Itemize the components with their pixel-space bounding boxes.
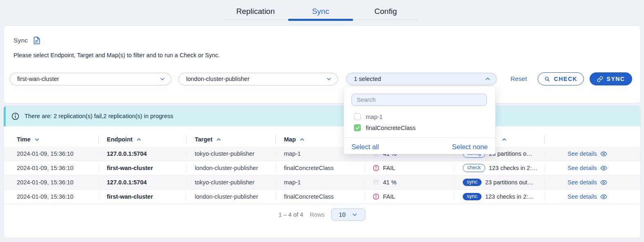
target-select-value: london-cluster-publisher xyxy=(186,76,326,82)
notification-bar: There are: 2 replication(s) fail,2 repli… xyxy=(4,106,640,126)
chevron-down-icon xyxy=(349,212,360,217)
checkbox-checked-icon[interactable] xyxy=(354,124,361,131)
maps-search-input[interactable] xyxy=(351,94,487,106)
cell-target: london-cluster-publisher xyxy=(187,193,276,201)
map-option[interactable]: map-1 xyxy=(354,111,490,122)
cell-message: sync23 partitions out… xyxy=(455,178,545,187)
cell-status: 41 % xyxy=(365,178,455,187)
document-icon[interactable] xyxy=(33,36,41,45)
link-icon xyxy=(597,76,603,82)
info-icon xyxy=(11,112,19,120)
chevron-down-icon xyxy=(326,76,332,82)
panel-description: Please select Endpoint, Target and Map(s… xyxy=(14,52,220,58)
cell-details: See details xyxy=(545,178,633,187)
select-none-link[interactable]: Select none xyxy=(452,143,488,151)
eye-icon xyxy=(600,179,607,186)
cell-target: tokyo-cluster-publisher xyxy=(187,178,276,187)
select-all-link[interactable]: Select all xyxy=(351,143,379,151)
chevron-up-icon xyxy=(299,137,305,142)
tab-config-label: Config xyxy=(374,7,397,16)
tab-bar: Replication Sync Config xyxy=(223,3,418,20)
cell-time: 2024-01-09, 15:36:10 xyxy=(4,193,99,201)
cell-message: sync123 checks in 2:… xyxy=(455,193,545,201)
column-header-label: Endpoint xyxy=(107,136,133,143)
chevron-down-icon xyxy=(34,137,40,142)
chevron-up-icon xyxy=(136,137,142,142)
table-row: 2024-01-09, 15:36:10 first-wan-cluster l… xyxy=(4,161,640,175)
column-header-label: Time xyxy=(17,136,31,143)
tab-sync[interactable]: Sync xyxy=(288,3,353,20)
notification-text: There are: 2 replication(s) fail,2 repli… xyxy=(25,113,173,119)
pagination-rows-label: Rows xyxy=(310,211,324,218)
cell-target: london-cluster-publisher xyxy=(187,164,276,173)
column-header-label: Target xyxy=(195,136,212,143)
maps-dropdown-panel: map-1 finalConcreteClass Select all Sele… xyxy=(344,86,495,154)
see-details-link[interactable]: See details xyxy=(567,150,607,157)
table-panel: There are: 2 replication(s) fail,2 repli… xyxy=(3,105,641,238)
tab-replication[interactable]: Replication xyxy=(223,3,288,20)
eye-icon xyxy=(600,193,607,200)
page-title: Sync xyxy=(14,37,28,44)
see-details-link[interactable]: See details xyxy=(567,193,607,200)
chevron-up-icon xyxy=(216,137,221,142)
maps-option-list: map-1 finalConcreteClass xyxy=(354,111,490,133)
filter-row: first-wan-cluster london-cluster-publish… xyxy=(9,72,632,85)
table-row: 2024-01-09, 15:36:10 127.0.0.1:5704 toky… xyxy=(4,147,640,161)
table-row: 2024-01-09, 15:36:10 127.0.0.1:5704 toky… xyxy=(4,175,640,190)
see-details-link[interactable]: See details xyxy=(567,179,607,186)
checkbox-unchecked-icon[interactable] xyxy=(354,113,361,120)
pagination: 1 – 4 of 4 Rows 10 xyxy=(4,208,640,221)
table-body: 2024-01-09, 15:36:10 127.0.0.1:5704 toky… xyxy=(4,147,640,204)
message-tag: sync xyxy=(463,179,482,186)
sync-button-label: SYNC xyxy=(607,76,625,82)
tab-config[interactable]: Config xyxy=(353,3,418,20)
cell-time: 2024-01-09, 15:36:10 xyxy=(4,150,99,158)
column-header xyxy=(545,135,633,143)
check-button-label: CHECK xyxy=(554,76,577,82)
cell-details: See details xyxy=(545,150,633,158)
maps-select[interactable]: 1 selected xyxy=(346,73,497,85)
cell-status: FAIL xyxy=(365,193,455,201)
cell-status: FAIL xyxy=(365,164,455,173)
pagination-range: 1 – 4 of 4 xyxy=(279,211,303,218)
table-row: 2024-01-09, 15:36:10 first-wan-cluster l… xyxy=(4,190,640,204)
chevron-up-icon xyxy=(485,76,491,82)
cell-target: tokyo-cluster-publisher xyxy=(187,150,276,158)
target-select[interactable]: london-cluster-publisher xyxy=(178,73,338,85)
cell-map: map-1 xyxy=(276,178,365,187)
message-tag: sync xyxy=(463,193,482,200)
table-header: Time Endpoint Target Map xyxy=(4,132,640,147)
cell-map: finalConcreteClass xyxy=(276,193,365,201)
dropdown-divider xyxy=(344,137,495,138)
column-header-target[interactable]: Target xyxy=(187,135,276,143)
cell-details: See details xyxy=(545,193,633,201)
rows-per-page-value: 10 xyxy=(339,211,349,218)
cell-endpoint: first-wan-cluster xyxy=(99,193,187,201)
cell-endpoint: first-wan-cluster xyxy=(99,164,187,173)
column-header-time[interactable]: Time xyxy=(4,135,99,143)
spinner-icon xyxy=(373,179,379,186)
reset-button[interactable]: Reset xyxy=(511,75,527,83)
map-option[interactable]: finalConcreteClass xyxy=(354,122,490,133)
filter-panel: Sync Please select Endpoint, Target and … xyxy=(3,25,641,103)
endpoint-select[interactable]: first-wan-cluster xyxy=(9,73,171,85)
dropdown-actions: Select all Select none xyxy=(351,141,488,152)
tab-sync-label: Sync xyxy=(312,7,329,16)
cell-details: See details xyxy=(545,164,633,173)
cell-time: 2024-01-09, 15:36:10 xyxy=(4,164,99,173)
eye-icon xyxy=(600,165,607,172)
fail-icon xyxy=(373,193,379,200)
chevron-down-icon xyxy=(160,76,165,82)
cell-time: 2024-01-09, 15:36:10 xyxy=(4,178,99,187)
map-option-label: finalConcreteClass xyxy=(366,125,416,131)
eye-icon xyxy=(600,150,607,157)
check-button[interactable]: CHECK xyxy=(538,72,584,85)
see-details-link[interactable]: See details xyxy=(567,165,607,172)
rows-per-page-select[interactable]: 10 xyxy=(331,208,365,221)
fail-icon xyxy=(373,165,379,171)
column-header-endpoint[interactable]: Endpoint xyxy=(99,135,187,143)
message-tag: check xyxy=(463,164,485,172)
sync-button[interactable]: SYNC xyxy=(590,72,632,85)
cell-endpoint: 127.0.0.1:5704 xyxy=(99,150,187,158)
chevron-up-icon xyxy=(502,137,507,142)
